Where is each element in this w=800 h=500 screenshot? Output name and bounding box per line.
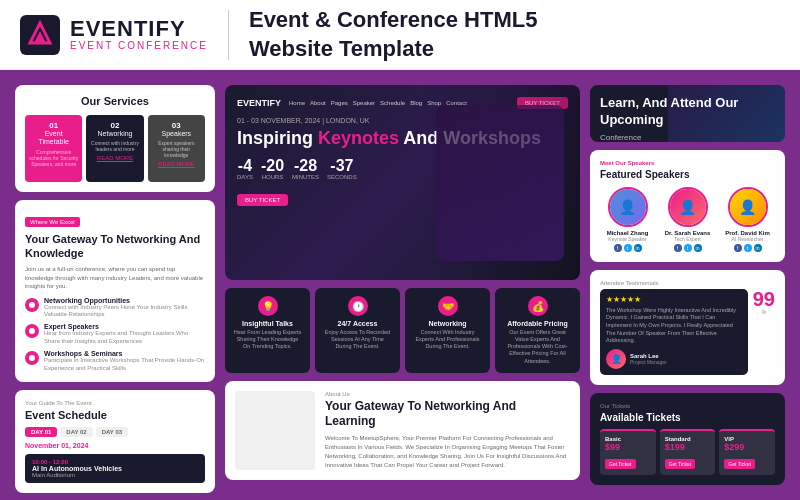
ticket-btn-vip[interactable]: Get Ticket [724,459,755,469]
feature-title-pricing: Affordable Pricing [503,320,572,327]
speaker-role-2: Tech Expert [660,236,715,242]
hero-nav-schedule[interactable]: Schedule [380,100,405,106]
schedule-event: 10:00 - 12:00 AI In Autonomous Vehicles … [25,454,205,483]
ticket-basic: Basic $99 Get Ticket [600,429,656,475]
hero-nav-pages[interactable]: Pages [331,100,348,106]
linkedin-icon-2[interactable]: in [694,244,702,252]
speakers-card: Meet Our Speakers Featured Speakers 👤 Mi… [590,150,785,262]
service-num-1: 01 [29,121,78,130]
schedule-guide-label: Your Guide To The Event [25,400,205,406]
speaker-socials-2: f t in [660,244,715,252]
schedule-card: Your Guide To The Event Event Schedule D… [15,390,215,493]
service-item-2: 02 Networking Connect with industry lead… [86,115,143,182]
gateway-item-1: Networking Opportunities Connect with In… [25,297,205,320]
gateway-item-3: Workshops & Seminars Participate in Inte… [25,350,205,373]
testimonial-text: The Workshop Were Highly Interactive And… [606,307,742,345]
speaker-item-1: 👤 Michael Zhang Keynote Speaker f t in [600,187,655,252]
service-num-2: 02 [90,121,139,130]
speaker-role-1: Keynote Speaker [600,236,655,242]
schedule-tabs[interactable]: DAY 01 DAY 02 DAY 03 [25,427,205,437]
read-more-3[interactable]: READ MORE [152,161,201,167]
speaker-name-3: Prof. David Kim [720,230,775,236]
twitter-icon-3[interactable]: t [744,244,752,252]
ticket-btn-standard[interactable]: Get Ticket [665,459,696,469]
service-desc-3: Expert speakers sharing their knowledge [152,140,201,158]
feature-desc-access: Enjoy Access To Recorded Sessions At Any… [323,329,392,350]
read-more-1[interactable]: READ MORE [29,170,78,176]
speaker-name-2: Dr. Sarah Evans [660,230,715,236]
testimonial-quote: ★★★★★ The Workshop Were Highly Interacti… [600,289,748,375]
feature-card-pricing: 💰 Affordable Pricing Our Event Offers Gr… [495,288,580,373]
feature-title-networking: Networking [413,320,482,327]
twitter-icon-1[interactable]: t [624,244,632,252]
gateway-item-text-1: Networking Opportunities Connect with In… [44,297,205,320]
facebook-icon-1[interactable]: f [614,244,622,252]
testimonial-role: Project Manager [630,359,667,365]
speaker-item-3: 👤 Prof. David Kim AI Researcher f t in [720,187,775,252]
speaker-avatar-img-2: 👤 [670,189,706,225]
speaker-socials-3: f t in [720,244,775,252]
feature-card-networking: 🤝 Networking Connect With Industry Exper… [405,288,490,373]
logo-area: EVENTIFY Event Conference [20,15,208,55]
hero-nav-speaker[interactable]: Speaker [353,100,375,106]
gateway-item-text-3: Workshops & Seminars Participate in Inte… [44,350,205,373]
conference-card: Learn, And Attend Our Upcoming Conferenc… [590,85,785,142]
services-title: Our Services [25,95,205,107]
twitter-icon-2[interactable]: t [684,244,692,252]
hero-nav-about[interactable]: About [310,100,326,106]
schedule-date: November 01, 2024 [25,442,205,449]
about-desc: Welcome To MeetupSphere, Your Premier Pl… [325,434,570,470]
ticket-price-standard: $199 [665,442,711,452]
linkedin-icon-1[interactable]: in [634,244,642,252]
feature-title-access: 24/7 Access [323,320,392,327]
speakers-tag: Meet Our Speakers [600,160,775,166]
read-more-2[interactable]: READ MORE [90,155,139,161]
pricing-icon: 💰 [528,296,548,316]
countdown-seconds: -37 Seconds [327,158,357,180]
hero-nav-home[interactable]: Home [289,100,305,106]
gateway-dot-2 [25,324,39,338]
countdown-hours: -20 Hours [261,158,284,180]
conference-content: Learn, And Attend Our Upcoming Conferenc… [600,95,775,142]
schedule-tab-day3[interactable]: DAY 03 [96,427,128,437]
insightful-talks-icon: 💡 [258,296,278,316]
logo-sub: Event Conference [70,40,208,51]
testimonials-card: Attendee Testimonials ★★★★★ The Workshop… [590,270,785,385]
access-icon: 🕐 [348,296,368,316]
feature-card-talks: 💡 Insightful Talks Hear From Leading Exp… [225,288,310,373]
speaker-avatar-2: 👤 [668,187,708,227]
about-image-area [235,391,315,470]
features-row: 💡 Insightful Talks Hear From Leading Exp… [225,288,580,373]
header: EVENTIFY Event Conference Event & Confer… [0,0,800,70]
speaker-socials-1: f t in [600,244,655,252]
speaker-avatar-1: 👤 [608,187,648,227]
speakers-grid: 👤 Michael Zhang Keynote Speaker f t in 👤… [600,187,775,252]
speaker-avatar-img-3: 👤 [730,189,766,225]
about-text: About Us Your Gateway To Networking And … [325,391,570,470]
speakers-title: Featured Speakers [600,169,775,180]
gateway-dot-1 [25,298,39,312]
service-label-2: Networking [90,130,139,138]
about-tag: About Us [325,391,570,397]
feature-desc-pricing: Our Event Offers Great Value Experts And… [503,329,572,365]
schedule-tab-day2[interactable]: DAY 02 [60,427,92,437]
networking-icon: 🤝 [438,296,458,316]
logo-text-area: EVENTIFY Event Conference [70,18,208,51]
left-column: Our Services 01 Event Timetable Comprehe… [15,85,215,485]
linkedin-icon-3[interactable]: in [754,244,762,252]
conference-subtitle: Conference [600,133,775,142]
schedule-event-location: Main Auditorium [32,472,198,478]
hero-buy-button-main[interactable]: BUY TICKET [237,194,288,206]
ticket-btn-basic[interactable]: Get Ticket [605,459,636,469]
gateway-card: Where We Excel Your Gateway To Networkin… [15,200,215,383]
testimonial-num: 99 [753,289,775,309]
gateway-desc: Join us at a full-on conference, where y… [25,265,205,290]
feature-desc-talks: Hear From Leading Experts Sharing Their … [233,329,302,350]
middle-column: EVENTIFY Home About Pages Speaker Schedu… [225,85,580,485]
facebook-icon-3[interactable]: f [734,244,742,252]
schedule-tab-day1[interactable]: DAY 01 [25,427,57,437]
gateway-tag: Where We Excel [25,217,80,227]
facebook-icon-2[interactable]: f [674,244,682,252]
service-desc-2: Connect with industry leaders and more [90,140,139,152]
eventify-logo-icon [20,15,60,55]
